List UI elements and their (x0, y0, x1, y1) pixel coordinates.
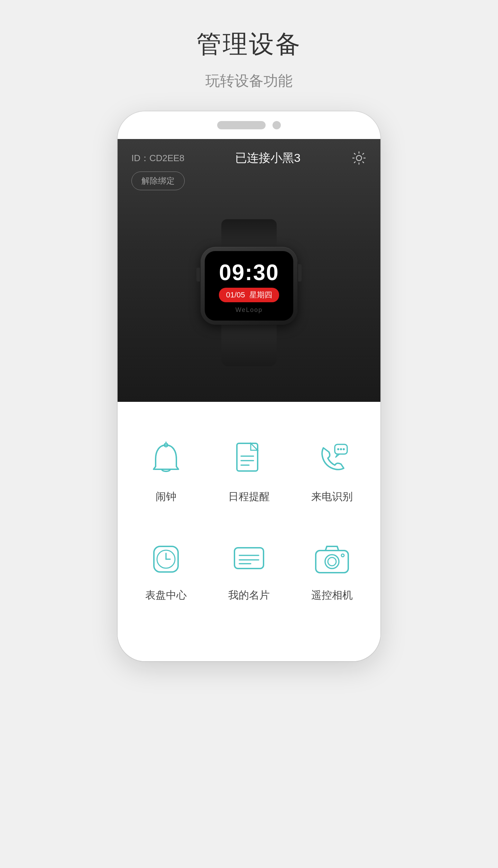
watch-time: 09:30 (219, 261, 279, 284)
page-title: 管理设备 (196, 28, 302, 61)
watch-container: 09:30 01/05 星期四 WeLoop (194, 197, 304, 402)
feature-caller[interactable]: 来电识别 (290, 423, 374, 521)
device-top-bar: ID：CD2EE8 已连接小黑3 (118, 139, 380, 172)
watch-case: 09:30 01/05 星期四 WeLoop (201, 247, 297, 325)
phone-frame: ID：CD2EE8 已连接小黑3 解除绑定 (118, 111, 380, 661)
watch-body: 09:30 01/05 星期四 WeLoop (194, 219, 304, 366)
phone-speaker (217, 121, 266, 129)
watchface-icon (145, 538, 187, 580)
watch-date-badge: 01/05 星期四 (219, 288, 279, 302)
svg-point-7 (340, 448, 342, 450)
feature-grid: 闹钟 (118, 402, 380, 640)
app-screen: ID：CD2EE8 已连接小黑3 解除绑定 (118, 139, 380, 640)
feature-caller-label: 来电识别 (311, 490, 353, 504)
watch-date: 01/05 (226, 290, 245, 299)
device-name: 已连接小黑3 (235, 150, 301, 166)
card-icon (228, 538, 270, 580)
camera-icon (311, 538, 353, 580)
phone-notch (118, 111, 380, 139)
device-header: ID：CD2EE8 已连接小黑3 解除绑定 (118, 139, 380, 402)
phone-bottom (118, 640, 380, 661)
feature-card-label: 我的名片 (228, 588, 270, 602)
caller-icon (311, 440, 353, 481)
alarm-icon (145, 440, 187, 481)
page-subtitle: 玩转设备功能 (205, 71, 293, 91)
watch-weekday: 星期四 (249, 290, 272, 300)
schedule-icon (228, 440, 270, 481)
phone-camera (273, 121, 281, 129)
settings-icon[interactable] (351, 150, 367, 166)
feature-schedule-label: 日程提醒 (228, 490, 270, 504)
feature-card[interactable]: 我的名片 (208, 521, 290, 620)
strap-top (221, 219, 277, 247)
feature-alarm[interactable]: 闹钟 (124, 423, 208, 521)
feature-watchface[interactable]: 表盘中心 (124, 521, 208, 620)
feature-watchface-label: 表盘中心 (145, 588, 187, 602)
svg-point-8 (343, 448, 345, 450)
watch-screen: 09:30 01/05 星期四 WeLoop (205, 251, 293, 321)
svg-rect-13 (234, 548, 264, 569)
feature-schedule[interactable]: 日程提醒 (208, 423, 290, 521)
svg-point-6 (337, 448, 339, 450)
svg-point-19 (328, 557, 336, 566)
feature-alarm-label: 闹钟 (156, 490, 176, 504)
strap-bottom (221, 325, 277, 366)
device-id: ID：CD2EE8 (131, 152, 184, 164)
unbind-button[interactable]: 解除绑定 (131, 172, 185, 190)
watch-brand: WeLoop (236, 306, 263, 314)
svg-point-18 (325, 555, 339, 569)
feature-camera-label: 遥控相机 (311, 588, 353, 602)
svg-point-20 (341, 554, 344, 557)
feature-camera[interactable]: 遥控相机 (290, 521, 374, 620)
